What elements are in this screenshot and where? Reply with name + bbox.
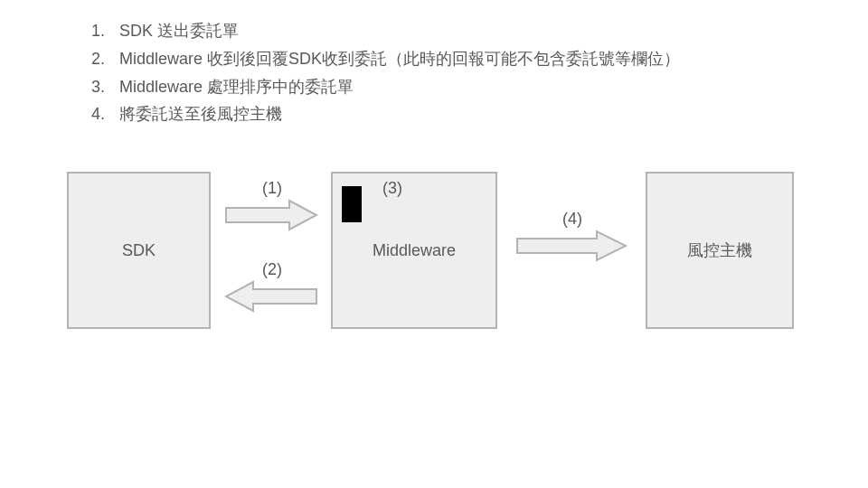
box-sdk-label: SDK xyxy=(122,241,156,260)
arrow-4-label: (4) xyxy=(559,210,586,229)
list-number: 3. xyxy=(72,74,119,100)
svg-marker-2 xyxy=(517,231,626,260)
box-risk: 風控主機 xyxy=(646,172,794,329)
arrow-2 xyxy=(226,282,316,311)
svg-marker-0 xyxy=(226,201,316,230)
step-list: 1. SDK 送出委託單 2. Middleware 收到後回覆SDK收到委託（… xyxy=(72,18,680,129)
box-risk-label: 風控主機 xyxy=(687,239,752,261)
arrow-3-label: (3) xyxy=(374,179,410,198)
arrow-2-label: (2) xyxy=(259,260,286,279)
box-sdk: SDK xyxy=(67,172,211,329)
list-text: Middleware 處理排序中的委託單 xyxy=(119,74,354,100)
arrow-1-label: (1) xyxy=(259,179,286,198)
arrow-1 xyxy=(226,201,316,230)
black-marker xyxy=(342,186,362,222)
list-number: 2. xyxy=(72,46,119,72)
svg-marker-1 xyxy=(226,282,316,311)
list-item: 4. 將委託送至後風控主機 xyxy=(72,101,680,127)
box-middleware-label: Middleware xyxy=(373,241,456,260)
list-text: 將委託送至後風控主機 xyxy=(119,101,282,127)
list-number: 4. xyxy=(72,101,119,127)
arrow-4 xyxy=(517,231,626,260)
list-item: 3. Middleware 處理排序中的委託單 xyxy=(72,74,680,100)
list-item: 2. Middleware 收到後回覆SDK收到委託（此時的回報可能不包含委託號… xyxy=(72,46,680,72)
list-item: 1. SDK 送出委託單 xyxy=(72,18,680,44)
list-number: 1. xyxy=(72,18,119,44)
list-text: SDK 送出委託單 xyxy=(119,18,239,44)
list-text: Middleware 收到後回覆SDK收到委託（此時的回報可能不包含委託號等欄位… xyxy=(119,46,680,72)
